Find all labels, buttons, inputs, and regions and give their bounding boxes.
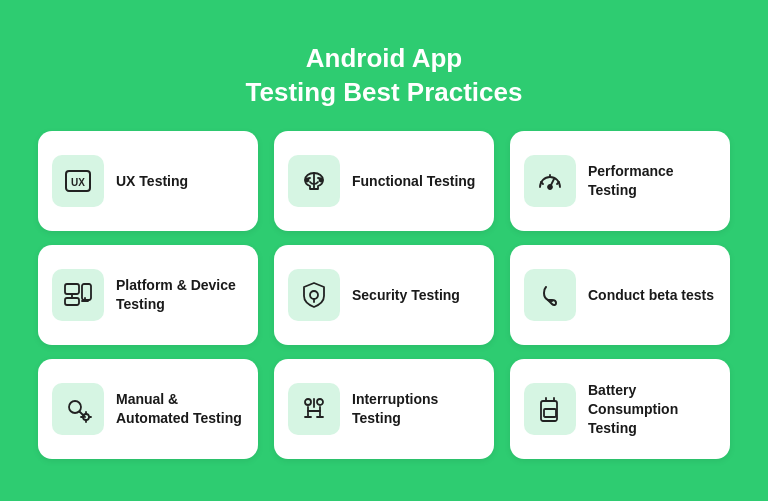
svg-rect-26 xyxy=(544,409,556,417)
svg-point-11 xyxy=(310,291,318,299)
svg-rect-6 xyxy=(65,298,79,305)
card-interruptions-testing: Interruptions Testing xyxy=(274,359,494,459)
people-icon xyxy=(288,383,340,435)
card-label-beta-tests: Conduct beta tests xyxy=(588,286,714,305)
card-label-interruptions-testing: Interruptions Testing xyxy=(352,390,480,428)
svg-text:UX: UX xyxy=(71,177,85,188)
battery-icon xyxy=(524,383,576,435)
card-battery-consumption: Battery Consumption Testing xyxy=(510,359,730,459)
card-label-ux-testing: UX Testing xyxy=(116,172,188,191)
page-title: Android App Testing Best Practices xyxy=(246,42,523,110)
svg-point-21 xyxy=(317,399,323,405)
card-performance-testing: Performance Testing xyxy=(510,131,730,231)
card-label-platform-device-testing: Platform & Device Testing xyxy=(116,276,244,314)
brain-icon xyxy=(288,155,340,207)
speedometer-icon xyxy=(524,155,576,207)
card-manual-automated-testing: Manual & Automated Testing xyxy=(38,359,258,459)
card-functional-testing: Functional Testing xyxy=(274,131,494,231)
svg-rect-5 xyxy=(65,284,79,294)
svg-rect-8 xyxy=(82,284,91,300)
svg-point-2 xyxy=(306,179,309,182)
card-platform-device-testing: Platform & Device Testing xyxy=(38,245,258,345)
card-ux-testing: UX UX Testing xyxy=(38,131,258,231)
card-label-performance-testing: Performance Testing xyxy=(588,162,716,200)
search-gear-icon xyxy=(52,383,104,435)
card-security-testing: Security Testing xyxy=(274,245,494,345)
card-beta-tests: Conduct beta tests xyxy=(510,245,730,345)
card-label-security-testing: Security Testing xyxy=(352,286,460,305)
platform-icon xyxy=(52,269,104,321)
card-label-manual-automated-testing: Manual & Automated Testing xyxy=(116,390,244,428)
beta-icon xyxy=(524,269,576,321)
ux-icon: UX xyxy=(52,155,104,207)
shield-icon xyxy=(288,269,340,321)
cards-grid: UX UX Testing Functional Testing Perform… xyxy=(38,131,730,459)
svg-point-20 xyxy=(305,399,311,405)
card-label-functional-testing: Functional Testing xyxy=(352,172,475,191)
svg-point-3 xyxy=(320,179,323,182)
card-label-battery-consumption: Battery Consumption Testing xyxy=(588,381,716,438)
svg-point-4 xyxy=(548,185,552,189)
